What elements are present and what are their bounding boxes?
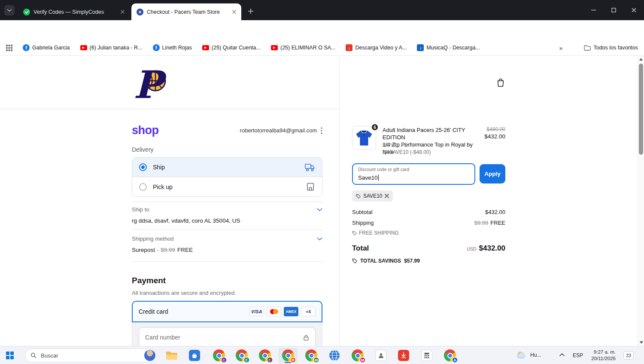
bookmark-item[interactable]: ▶ (25) ELIMINAR O SA... — [271, 45, 336, 51]
taskbar-download-app[interactable] — [398, 349, 410, 361]
taskbar-store-app[interactable] — [188, 349, 200, 361]
shop-logo[interactable]: shop — [132, 124, 159, 137]
cart-button[interactable] — [494, 76, 507, 89]
savings-label: TOTAL SAVINGS — [360, 258, 401, 264]
profile-badge: M — [359, 357, 366, 363]
youtube-icon: ▶ — [202, 45, 209, 50]
profile-badge: R — [290, 357, 296, 363]
bookmarks-overflow-button[interactable]: » — [559, 44, 562, 52]
taskbar-chrome-profile-m2[interactable]: M — [352, 349, 364, 361]
credit-card-option[interactable]: Credit card VISA AMEX +4 — [132, 301, 322, 322]
scrollbar-thumb[interactable] — [639, 64, 643, 155]
ship-to-label: Ship to — [132, 206, 149, 213]
taskbar-chrome-profile-r-active[interactable]: R — [282, 349, 294, 361]
remove-discount-icon[interactable] — [385, 194, 389, 198]
visa-icon: VISA — [249, 307, 264, 316]
ship-option-label: Ship — [153, 164, 299, 171]
truck-icon — [305, 163, 315, 171]
shipping-value: FREE — [490, 220, 505, 226]
bookmark-item[interactable]: ♪ MusicaQ - Descarga... — [417, 44, 480, 51]
search-avatar[interactable] — [144, 350, 155, 361]
close-window-button[interactable] — [624, 0, 644, 20]
delivery-label: Delivery — [132, 146, 154, 153]
chevron-up-icon — [559, 353, 565, 356]
pickup-option[interactable]: Pick up — [132, 177, 322, 196]
ship-to-section[interactable]: Ship to — [132, 206, 322, 213]
discount-code-input[interactable]: Discount code or gift card Save10 — [352, 163, 475, 185]
card-number-field[interactable]: Card number — [139, 327, 316, 346]
scroll-down-icon[interactable] — [640, 341, 643, 344]
tab-simplycodes[interactable]: Verify Codes — SimplyCodes — [18, 3, 130, 20]
globe-icon — [329, 350, 340, 361]
shopping-bag-icon — [495, 77, 506, 88]
chevron-down-icon[interactable] — [317, 237, 322, 241]
taskbar-contacts-app[interactable] — [375, 349, 387, 361]
section-divider — [132, 261, 322, 262]
chevron-down-icon — [7, 9, 12, 12]
pickup-radio[interactable] — [139, 183, 147, 191]
pacers-logo[interactable]: P — [132, 64, 171, 103]
taskbar-globe-app[interactable] — [328, 349, 340, 361]
pacers-favicon-icon — [137, 9, 143, 15]
tab-close-icon[interactable] — [118, 8, 126, 16]
shipping-method-value: Surepost · $9.99 FREE — [132, 247, 193, 253]
apply-button[interactable]: Apply — [480, 164, 505, 184]
profile-badge: A — [452, 357, 458, 363]
discount-chip: SAVE10 — [352, 190, 393, 202]
shipping-method-section[interactable]: Shipping method — [132, 236, 322, 242]
window-controls — [583, 0, 644, 20]
currency-label: USD — [467, 246, 476, 251]
taskbar-chrome-profile-c[interactable]: C — [213, 349, 225, 361]
taskbar-chrome-profile-e[interactable]: E — [236, 349, 248, 361]
more-cards-badge: +4 — [301, 307, 316, 316]
ship-option[interactable]: Ship — [132, 158, 322, 177]
discount-input-value: Save10 — [358, 174, 378, 181]
taskbar-weather[interactable]: Hu... — [516, 350, 541, 359]
checkout-page: P shop robertotorrealba94@gmail.com Deli… — [0, 56, 644, 346]
taskbar-search[interactable]: Buscar — [25, 349, 157, 362]
language-indicator[interactable]: ESP — [573, 352, 583, 358]
ship-radio[interactable] — [139, 163, 147, 171]
mastercard-icon — [267, 307, 281, 316]
notification-count-badge[interactable]: 23 — [623, 351, 634, 360]
quantity-badge: 6 — [371, 123, 379, 131]
shipping-old-price: $9.99 — [161, 247, 175, 253]
clock[interactable]: 9:27 a. m. 20/11/2025 — [586, 349, 616, 362]
bookmark-label: MusicaQ - Descarga... — [426, 45, 480, 51]
taskbar-file-explorer[interactable] — [166, 349, 178, 361]
bookmark-item[interactable]: ↓ Descarga Video y A... — [346, 44, 407, 51]
profile-badge: C — [267, 357, 273, 363]
apps-grid-button[interactable] — [6, 45, 12, 51]
taskbar-chrome-profile-c2[interactable]: C — [259, 349, 271, 361]
account-menu-button[interactable] — [321, 127, 322, 134]
minimize-button[interactable] — [583, 0, 604, 20]
applied-code-text: SAVE10 (-$48.00) — [389, 149, 431, 155]
taskbar-chrome-profile-a[interactable]: A — [444, 349, 456, 361]
bookmark-item[interactable]: f Gabriela Garcia — [23, 44, 70, 51]
tray-expand-button[interactable] — [559, 353, 565, 356]
all-favorites-button[interactable]: Todos los favoritos — [584, 45, 638, 51]
page-scrollbar[interactable] — [638, 56, 644, 346]
bookmark-item[interactable]: ▶ (6) Julian tanaka - R... — [80, 45, 143, 51]
taskbar-chrome-profile-m[interactable]: M — [305, 349, 317, 361]
bookmark-label: (25) ELIMINAR O SA... — [280, 45, 336, 51]
tab-checkout[interactable]: Checkout - Pacers Team Store — [131, 3, 241, 20]
tab-search-button[interactable] — [4, 5, 15, 15]
free-shipping-note: FREE SHIPPING — [352, 230, 399, 236]
new-tab-button[interactable] — [246, 6, 256, 16]
browser-toolbar: https://shop.app/checkout/49007919253/cn… — [0, 20, 644, 40]
maximize-button[interactable] — [604, 0, 624, 20]
taskbar-calculator-app[interactable] — [421, 349, 433, 361]
chevron-down-icon[interactable] — [317, 208, 322, 211]
music-icon: ♪ — [417, 44, 424, 51]
tag-icon — [352, 258, 357, 263]
amex-icon: AMEX — [284, 307, 298, 316]
tab-close-icon[interactable] — [230, 8, 238, 16]
folder-icon — [166, 351, 178, 361]
youtube-icon: ▶ — [271, 45, 278, 50]
scroll-up-icon[interactable] — [639, 58, 643, 61]
bookmark-item[interactable]: ▶ (25) Quitar Cuenta... — [202, 45, 261, 51]
total-savings-row: TOTAL SAVINGS $57.99 — [352, 258, 420, 264]
bookmark-item[interactable]: f Lineth Rojas — [153, 44, 192, 51]
start-button[interactable] — [6, 352, 14, 359]
